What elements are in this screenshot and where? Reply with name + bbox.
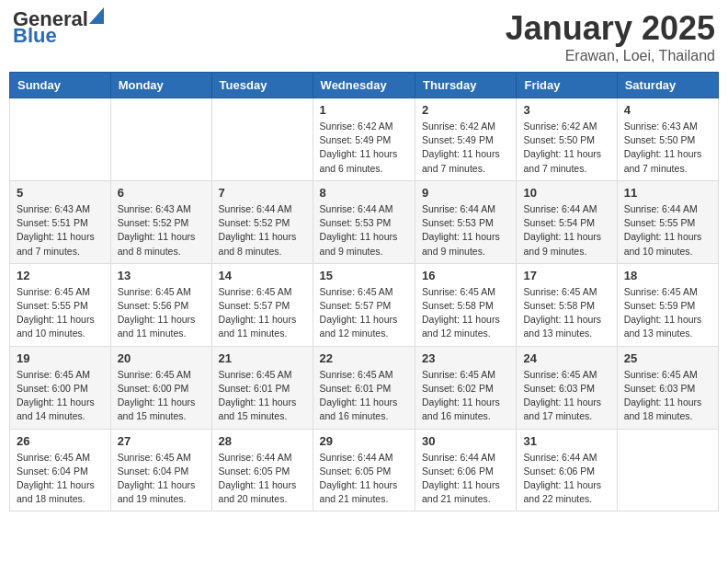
day-number: 12 xyxy=(17,269,104,282)
col-header-saturday: Saturday xyxy=(617,73,718,98)
col-header-sunday: Sunday xyxy=(10,73,111,98)
title-area: January 2025 Erawan, Loei, Thailand xyxy=(506,9,715,64)
calendar-cell: 16Sunrise: 6:45 AM Sunset: 5:58 PM Dayli… xyxy=(415,263,517,346)
calendar-cell: 28Sunrise: 6:44 AM Sunset: 6:05 PM Dayli… xyxy=(211,429,313,511)
day-number: 18 xyxy=(624,269,711,282)
day-number: 22 xyxy=(320,351,408,365)
day-info: Sunrise: 6:44 AM Sunset: 6:06 PM Dayligh… xyxy=(523,451,609,507)
calendar-cell: 23Sunrise: 6:45 AM Sunset: 6:02 PM Dayli… xyxy=(415,346,517,429)
day-info: Sunrise: 6:44 AM Sunset: 6:05 PM Dayligh… xyxy=(320,451,408,507)
calendar-cell: 3Sunrise: 6:42 AM Sunset: 5:50 PM Daylig… xyxy=(517,98,617,181)
calendar-cell: 17Sunrise: 6:45 AM Sunset: 5:58 PM Dayli… xyxy=(517,263,617,346)
day-number: 13 xyxy=(118,269,205,282)
calendar-cell: 31Sunrise: 6:44 AM Sunset: 6:06 PM Dayli… xyxy=(517,429,617,511)
calendar-week-5: 26Sunrise: 6:45 AM Sunset: 6:04 PM Dayli… xyxy=(10,429,719,511)
calendar-cell: 15Sunrise: 6:45 AM Sunset: 5:57 PM Dayli… xyxy=(313,263,415,346)
day-number: 27 xyxy=(118,434,205,448)
calendar-cell: 10Sunrise: 6:44 AM Sunset: 5:54 PM Dayli… xyxy=(517,180,617,263)
day-number: 26 xyxy=(17,434,104,448)
day-number: 29 xyxy=(320,434,408,448)
calendar-cell: 29Sunrise: 6:44 AM Sunset: 6:05 PM Dayli… xyxy=(313,429,415,511)
calendar-cell: 18Sunrise: 6:45 AM Sunset: 5:59 PM Dayli… xyxy=(617,263,718,346)
col-header-wednesday: Wednesday xyxy=(313,73,415,98)
logo-blue-text: Blue xyxy=(13,26,104,46)
calendar-cell: 1Sunrise: 6:42 AM Sunset: 5:49 PM Daylig… xyxy=(313,98,415,181)
calendar-cell: 5Sunrise: 6:43 AM Sunset: 5:51 PM Daylig… xyxy=(10,180,111,263)
day-info: Sunrise: 6:44 AM Sunset: 6:06 PM Dayligh… xyxy=(422,451,509,507)
calendar-cell xyxy=(211,98,313,181)
logo-triangle-icon xyxy=(89,7,104,27)
day-info: Sunrise: 6:44 AM Sunset: 6:05 PM Dayligh… xyxy=(219,451,306,507)
day-number: 10 xyxy=(523,186,609,200)
calendar-cell: 30Sunrise: 6:44 AM Sunset: 6:06 PM Dayli… xyxy=(415,429,517,511)
logo: General Blue xyxy=(13,9,104,46)
day-number: 7 xyxy=(219,186,306,200)
day-info: Sunrise: 6:45 AM Sunset: 5:57 PM Dayligh… xyxy=(320,285,408,341)
day-number: 21 xyxy=(219,351,306,365)
day-info: Sunrise: 6:42 AM Sunset: 5:49 PM Dayligh… xyxy=(422,120,509,176)
calendar-table: SundayMondayTuesdayWednesdayThursdayFrid… xyxy=(9,72,719,511)
day-number: 5 xyxy=(17,186,104,200)
calendar-cell: 11Sunrise: 6:44 AM Sunset: 5:55 PM Dayli… xyxy=(617,180,718,263)
day-info: Sunrise: 6:44 AM Sunset: 5:55 PM Dayligh… xyxy=(624,202,711,259)
day-number: 16 xyxy=(422,269,509,282)
day-info: Sunrise: 6:45 AM Sunset: 6:02 PM Dayligh… xyxy=(422,368,509,424)
calendar-cell: 12Sunrise: 6:45 AM Sunset: 5:55 PM Dayli… xyxy=(10,263,111,346)
day-info: Sunrise: 6:45 AM Sunset: 6:04 PM Dayligh… xyxy=(118,451,205,507)
day-info: Sunrise: 6:44 AM Sunset: 5:52 PM Dayligh… xyxy=(219,202,306,259)
calendar-cell: 22Sunrise: 6:45 AM Sunset: 6:01 PM Dayli… xyxy=(313,346,415,429)
day-number: 11 xyxy=(624,186,711,200)
day-number: 25 xyxy=(624,351,711,365)
svg-marker-0 xyxy=(89,7,104,24)
day-number: 31 xyxy=(523,434,609,448)
month-title: January 2025 xyxy=(506,9,715,48)
day-number: 6 xyxy=(118,186,205,200)
day-number: 20 xyxy=(118,351,205,365)
calendar-cell: 27Sunrise: 6:45 AM Sunset: 6:04 PM Dayli… xyxy=(110,429,211,511)
day-number: 28 xyxy=(219,434,306,448)
calendar-week-2: 5Sunrise: 6:43 AM Sunset: 5:51 PM Daylig… xyxy=(10,180,719,263)
calendar-week-4: 19Sunrise: 6:45 AM Sunset: 6:00 PM Dayli… xyxy=(10,346,719,429)
calendar-cell: 9Sunrise: 6:44 AM Sunset: 5:53 PM Daylig… xyxy=(415,180,517,263)
page-header: General Blue January 2025 Erawan, Loei, … xyxy=(9,9,719,64)
calendar-cell xyxy=(110,98,211,181)
day-info: Sunrise: 6:45 AM Sunset: 5:59 PM Dayligh… xyxy=(624,285,711,341)
day-number: 8 xyxy=(320,186,408,200)
calendar-cell: 13Sunrise: 6:45 AM Sunset: 5:56 PM Dayli… xyxy=(110,263,211,346)
calendar-cell: 8Sunrise: 6:44 AM Sunset: 5:53 PM Daylig… xyxy=(313,180,415,263)
day-info: Sunrise: 6:45 AM Sunset: 5:58 PM Dayligh… xyxy=(422,285,509,341)
day-number: 9 xyxy=(422,186,509,200)
calendar-cell: 6Sunrise: 6:43 AM Sunset: 5:52 PM Daylig… xyxy=(110,180,211,263)
calendar-cell: 24Sunrise: 6:45 AM Sunset: 6:03 PM Dayli… xyxy=(517,346,617,429)
day-info: Sunrise: 6:45 AM Sunset: 6:04 PM Dayligh… xyxy=(17,451,104,507)
day-number: 3 xyxy=(523,103,609,117)
day-info: Sunrise: 6:42 AM Sunset: 5:49 PM Dayligh… xyxy=(320,120,408,176)
calendar-cell: 20Sunrise: 6:45 AM Sunset: 6:00 PM Dayli… xyxy=(110,346,211,429)
col-header-thursday: Thursday xyxy=(415,73,517,98)
day-number: 23 xyxy=(422,351,509,365)
calendar-cell: 25Sunrise: 6:45 AM Sunset: 6:03 PM Dayli… xyxy=(617,346,718,429)
calendar-cell: 26Sunrise: 6:45 AM Sunset: 6:04 PM Dayli… xyxy=(10,429,111,511)
day-number: 17 xyxy=(523,269,609,282)
day-info: Sunrise: 6:45 AM Sunset: 5:57 PM Dayligh… xyxy=(219,285,306,341)
day-info: Sunrise: 6:43 AM Sunset: 5:52 PM Dayligh… xyxy=(118,202,205,259)
day-number: 2 xyxy=(422,103,509,117)
day-number: 19 xyxy=(17,351,104,365)
calendar-week-1: 1Sunrise: 6:42 AM Sunset: 5:49 PM Daylig… xyxy=(10,98,719,181)
calendar-cell: 2Sunrise: 6:42 AM Sunset: 5:49 PM Daylig… xyxy=(415,98,517,181)
day-info: Sunrise: 6:45 AM Sunset: 5:55 PM Dayligh… xyxy=(17,285,104,341)
col-header-monday: Monday xyxy=(110,73,211,98)
col-header-tuesday: Tuesday xyxy=(211,73,313,98)
day-info: Sunrise: 6:45 AM Sunset: 6:01 PM Dayligh… xyxy=(219,368,306,424)
day-number: 14 xyxy=(219,269,306,282)
calendar-cell xyxy=(617,429,718,511)
location-text: Erawan, Loei, Thailand xyxy=(506,48,715,64)
calendar-cell: 4Sunrise: 6:43 AM Sunset: 5:50 PM Daylig… xyxy=(617,98,718,181)
calendar-cell: 7Sunrise: 6:44 AM Sunset: 5:52 PM Daylig… xyxy=(211,180,313,263)
day-info: Sunrise: 6:44 AM Sunset: 5:53 PM Dayligh… xyxy=(422,202,509,259)
day-info: Sunrise: 6:45 AM Sunset: 6:00 PM Dayligh… xyxy=(118,368,205,424)
calendar-cell xyxy=(10,98,111,181)
day-number: 4 xyxy=(624,103,711,117)
day-info: Sunrise: 6:43 AM Sunset: 5:51 PM Dayligh… xyxy=(17,202,104,259)
day-info: Sunrise: 6:45 AM Sunset: 6:01 PM Dayligh… xyxy=(320,368,408,424)
